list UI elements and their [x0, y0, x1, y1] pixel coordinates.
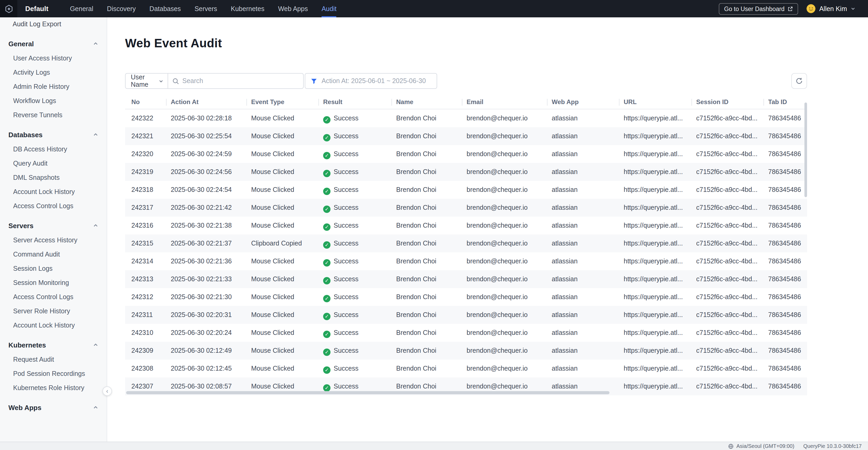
search-field-select[interactable]: User Name	[125, 73, 168, 89]
nav-general[interactable]: General	[63, 0, 100, 17]
sidebar-item-workflow-logs[interactable]: Workflow Logs	[0, 94, 107, 108]
page-title: Web Event Audit	[125, 36, 222, 51]
vertical-scrollbar[interactable]	[804, 102, 807, 197]
column-header-tab-id[interactable]: Tab ID	[768, 95, 807, 109]
nav-web-apps[interactable]: Web Apps	[271, 0, 315, 17]
cell-name: Brendon Choi	[396, 324, 467, 342]
column-divider	[547, 99, 548, 106]
cell-event-type: Mouse Clicked	[251, 306, 323, 324]
cell-tab-id: 786345486	[768, 342, 807, 360]
sidebar-item-command-audit[interactable]: Command Audit	[0, 248, 107, 262]
table-row[interactable]: 2423222025-06-30 02:28:18Mouse Clicked✓S…	[125, 109, 807, 127]
cell-session-id: c7152f6c-a9cc-4bd...	[696, 288, 768, 306]
horizontal-scrollbar[interactable]	[126, 391, 610, 394]
sidebar-section-kubernetes[interactable]: Kubernetes	[0, 337, 107, 353]
workspace-name[interactable]: Default	[25, 5, 48, 12]
cell-event-type: Mouse Clicked	[251, 127, 323, 145]
chevron-up-icon	[93, 342, 98, 348]
table-row[interactable]: 2423132025-06-30 02:21:33Mouse Clicked✓S…	[125, 270, 807, 288]
cell-session-id: c7152f6c-a9cc-4bd...	[696, 324, 768, 342]
cell-session-id: c7152f6c-a9cc-4bd...	[696, 306, 768, 324]
table-row[interactable]: 2423162025-06-30 02:21:38Mouse Clicked✓S…	[125, 217, 807, 235]
column-header-result[interactable]: Result	[323, 95, 396, 109]
sidebar-item-session-logs[interactable]: Session Logs	[0, 262, 107, 276]
table-row[interactable]: 2423092025-06-30 02:12:49Mouse Clicked✓S…	[125, 342, 807, 360]
sidebar-collapse-button[interactable]: ‹	[102, 386, 112, 396]
sidebar-item-account-lock-history[interactable]: Account Lock History	[0, 319, 107, 333]
sidebar-item-server-access-history[interactable]: Server Access History	[0, 233, 107, 248]
table-row[interactable]: 2423152025-06-30 02:21:37Clipboard Copie…	[125, 235, 807, 252]
sidebar-item-query-audit[interactable]: Query Audit	[0, 157, 107, 171]
column-header-action-at[interactable]: Action At	[171, 95, 251, 109]
cell-url: https://querypie.atl...	[624, 217, 696, 235]
sidebar-item-request-audit[interactable]: Request Audit	[0, 353, 107, 367]
sidebar-item-db-access-history[interactable]: DB Access History	[0, 143, 107, 157]
sidebar-item-dml-snapshots[interactable]: DML Snapshots	[0, 171, 107, 185]
success-check-icon: ✓	[323, 241, 331, 249]
nav-audit[interactable]: Audit	[315, 0, 343, 17]
nav-discovery[interactable]: Discovery	[100, 0, 143, 17]
table-row[interactable]: 2423112025-06-30 02:20:31Mouse Clicked✓S…	[125, 306, 807, 324]
table-row[interactable]: 2423142025-06-30 02:21:36Mouse Clicked✓S…	[125, 252, 807, 270]
refresh-button[interactable]	[791, 73, 807, 89]
sidebar-item-reverse-tunnels[interactable]: Reverse Tunnels	[0, 108, 107, 122]
sidebar-item-admin-role-history[interactable]: Admin Role History	[0, 80, 107, 94]
cell-name: Brendon Choi	[396, 252, 467, 270]
table-row[interactable]: 2423212025-06-30 02:25:54Mouse Clicked✓S…	[125, 127, 807, 145]
user-menu[interactable]: Allen Kim	[807, 4, 856, 13]
table-row[interactable]: 2423122025-06-30 02:21:30Mouse Clicked✓S…	[125, 288, 807, 306]
result-label: Success	[334, 365, 359, 372]
success-check-icon: ✓	[323, 206, 331, 213]
search-input[interactable]	[182, 77, 299, 85]
column-header-email[interactable]: Email	[467, 95, 552, 109]
sidebar-item-access-control-logs[interactable]: Access Control Logs	[0, 290, 107, 304]
sidebar-section-title: General	[8, 40, 34, 48]
sidebar-section-servers[interactable]: Servers	[0, 218, 107, 233]
app-logo[interactable]	[0, 0, 17, 17]
sidebar-item-activity-logs[interactable]: Activity Logs	[0, 66, 107, 80]
date-range-filter[interactable]: Action At: 2025-06-01 ~ 2025-06-30	[305, 73, 437, 89]
cell-session-id: c7152f6c-a9cc-4bd...	[696, 378, 768, 395]
cell-result: ✓Success	[323, 235, 396, 252]
sidebar-item-pod-session-recordings[interactable]: Pod Session Recordings	[0, 367, 107, 381]
cell-result: ✓Success	[323, 288, 396, 306]
table-row[interactable]: 2423172025-06-30 02:21:42Mouse Clicked✓S…	[125, 199, 807, 217]
sidebar-section-title: Databases	[8, 131, 42, 139]
cell-url: https://querypie.atl...	[624, 360, 696, 378]
sidebar-item-user-access-history[interactable]: User Access History	[0, 52, 107, 66]
sidebar-item-session-monitoring[interactable]: Session Monitoring	[0, 276, 107, 290]
column-header-url[interactable]: URL	[624, 95, 696, 109]
cell-url: https://querypie.atl...	[624, 378, 696, 395]
column-header-event-type[interactable]: Event Type	[251, 95, 323, 109]
sidebar-item-kubernetes-role-history[interactable]: Kubernetes Role History	[0, 381, 107, 395]
column-header-web-app[interactable]: Web App	[552, 95, 624, 109]
sidebar-item-server-role-history[interactable]: Server Role History	[0, 304, 107, 319]
go-to-user-dashboard-button[interactable]: Go to User Dashboard	[719, 3, 798, 14]
sidebar-item-account-lock-history[interactable]: Account Lock History	[0, 185, 107, 199]
sidebar-section-databases[interactable]: Databases	[0, 127, 107, 143]
column-header-no[interactable]: No	[131, 95, 171, 109]
cell-session-id: c7152f6c-a9cc-4bd...	[696, 145, 768, 163]
result-label: Success	[334, 383, 359, 390]
success-check-icon: ✓	[323, 170, 331, 177]
sidebar-item-access-control-logs[interactable]: Access Control Logs	[0, 199, 107, 213]
table-row[interactable]: 2423082025-06-30 02:12:45Mouse Clicked✓S…	[125, 360, 807, 378]
nav-databases[interactable]: Databases	[143, 0, 188, 17]
cell-session-id: c7152f6c-a9cc-4bd...	[696, 252, 768, 270]
cell-email: brendon@chequer.io	[467, 342, 552, 360]
nav-kubernetes[interactable]: Kubernetes	[224, 0, 271, 17]
table-row[interactable]: 2423192025-06-30 02:24:56Mouse Clicked✓S…	[125, 163, 807, 181]
sidebar-item-audit-log-export[interactable]: Audit Log Export	[0, 17, 107, 32]
sidebar-section-web-apps[interactable]: Web Apps	[0, 399, 107, 415]
column-header-name[interactable]: Name	[396, 95, 467, 109]
sidebar-section-general[interactable]: General	[0, 36, 107, 52]
cell-event-type: Mouse Clicked	[251, 217, 323, 235]
table-row[interactable]: 2423182025-06-30 02:24:54Mouse Clicked✓S…	[125, 181, 807, 199]
success-check-icon: ✓	[323, 384, 331, 392]
date-range-label: Action At: 2025-06-01 ~ 2025-06-30	[321, 77, 426, 85]
cell-email: brendon@chequer.io	[467, 288, 552, 306]
column-header-session-id[interactable]: Session ID	[696, 95, 768, 109]
table-row[interactable]: 2423202025-06-30 02:24:59Mouse Clicked✓S…	[125, 145, 807, 163]
nav-servers[interactable]: Servers	[188, 0, 224, 17]
table-row[interactable]: 2423102025-06-30 02:20:24Mouse Clicked✓S…	[125, 324, 807, 342]
